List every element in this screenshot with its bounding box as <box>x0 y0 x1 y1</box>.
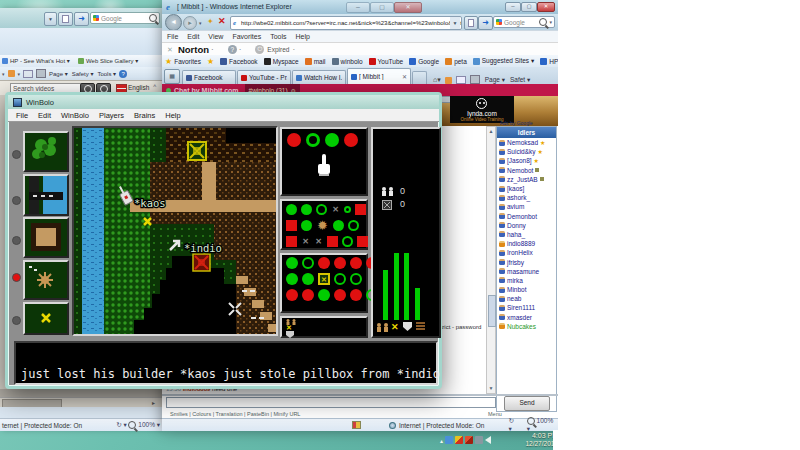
userlist-item[interactable]: haha_ <box>497 230 556 239</box>
tray-alert-icon[interactable] <box>465 436 473 444</box>
chat-scrollbar[interactable]: ▲ ▼ <box>486 126 496 394</box>
winbolo-menu-item[interactable]: Edit <box>38 111 51 120</box>
quick-tabs-button[interactable]: ▦ <box>164 69 180 84</box>
pillbox-neutral[interactable] <box>188 142 206 160</box>
search-box[interactable]: Google <box>90 12 160 24</box>
favorites-bar-item[interactable]: HP - See W <box>540 58 558 65</box>
userlist-item[interactable]: Donny <box>497 221 556 230</box>
favorites-bar-item[interactable]: Facebook <box>220 58 258 65</box>
go-button[interactable]: ➜ <box>74 12 89 26</box>
favorites-bar-item[interactable]: peta <box>445 58 467 65</box>
favorites-bar-item[interactable]: Suggested Sites ▾ <box>473 57 534 65</box>
commandbar-item[interactable]: Page ▾ <box>49 70 68 77</box>
tab-facebook[interactable]: Facebook <box>182 70 236 84</box>
userlist-item[interactable]: Demonbot <box>497 212 556 221</box>
scrollbar-thumb[interactable] <box>488 295 496 327</box>
chat-menu-link[interactable]: Menu <box>488 411 502 417</box>
rss-icon[interactable] <box>445 77 452 84</box>
scroll-up-arrow[interactable]: ▲ <box>487 127 495 136</box>
browser-menu-item[interactable]: File <box>167 33 178 40</box>
favorite-item-webslice[interactable]: Web Slice Gallery ▾ <box>86 57 138 64</box>
commandbar-item[interactable]: Page ▾ <box>485 76 505 84</box>
tray-network-icon[interactable] <box>445 436 453 444</box>
browser-menu-item[interactable]: Edit <box>187 33 199 40</box>
userlist-item[interactable]: mirka <box>497 276 556 285</box>
commandbar-caret[interactable]: ▾ <box>2 71 5 77</box>
scroll-down-arrow[interactable]: ▼ <box>487 384 495 393</box>
tray-security-icon[interactable] <box>455 436 463 444</box>
tray-display-icon[interactable] <box>475 436 483 444</box>
browser-menu-item[interactable]: Help <box>296 33 310 40</box>
add-favorite-star-icon[interactable]: ★ <box>207 57 214 66</box>
language-label[interactable]: English <box>128 84 149 91</box>
search-caret[interactable]: ▾ <box>549 19 552 25</box>
norton-help-icon[interactable]: ? <box>228 45 237 54</box>
userlist-item[interactable]: IronHelix <box>497 248 556 257</box>
userlist-item[interactable]: Nemobot <box>497 166 556 175</box>
chat-input[interactable] <box>166 397 496 408</box>
userlist-item[interactable]: Suicid&ky★ <box>497 147 556 156</box>
search-box[interactable]: Google ▾ <box>493 16 555 28</box>
norton-close-icon[interactable]: ✕ <box>167 46 173 54</box>
titlebar[interactable]: e [ Mibbit ] - Windows Internet Explorer… <box>162 0 558 14</box>
userlist-item[interactable]: [Jason8]★ <box>497 156 556 165</box>
commandbar-item[interactable]: Tools ▾ <box>97 70 116 77</box>
page-refresh-button[interactable] <box>58 12 73 26</box>
pillbox-captured[interactable] <box>193 254 210 271</box>
address-bar[interactable]: e http://wbe02.mibbit.com/?server=irc.na… <box>230 16 462 30</box>
favorites-bar-item[interactable]: winbolo <box>332 58 363 65</box>
forward-button[interactable]: ▸ <box>183 16 197 30</box>
new-tab-stub[interactable] <box>412 71 427 84</box>
mail-icon[interactable] <box>23 70 33 78</box>
winbolo-menu-item[interactable]: Brains <box>134 111 155 120</box>
compat-button[interactable] <box>464 16 478 30</box>
commandbar-item[interactable]: Safety ▾ <box>72 70 94 77</box>
favorites-bar-item[interactable]: Myspace <box>264 58 299 65</box>
zoom-control[interactable]: ↻ ▾ 100% ▾ <box>116 421 160 429</box>
norton-expired-label[interactable]: Expired <box>267 46 289 53</box>
print-icon[interactable] <box>36 69 46 78</box>
show-hidden-icons-arrow[interactable]: ▴ <box>440 437 443 444</box>
refresh-icon[interactable]: ✦ <box>207 17 214 26</box>
userlist-item[interactable]: Nubcakes <box>497 322 556 331</box>
address-dropdown-button[interactable]: ▼ <box>44 12 57 26</box>
winbolo-menu-item[interactable]: Help <box>165 111 180 120</box>
favorites-bar-item[interactable]: Google <box>409 58 439 65</box>
userlist-item[interactable]: ashork_ <box>497 193 556 202</box>
tab--mibbit-[interactable]: [ Mibbit ]✕ <box>347 68 411 84</box>
close-button[interactable]: ✕ <box>537 2 555 12</box>
favorites-label[interactable]: Favorites <box>174 58 201 65</box>
browser-menu-item[interactable]: View <box>208 33 223 40</box>
winbolo-menu-item[interactable]: WinBolo <box>61 111 89 120</box>
userlist-item[interactable]: zz_JustAB <box>497 175 556 184</box>
lynda-logo-box[interactable]: lynda.com Online Video Training <box>450 96 514 123</box>
stop-icon[interactable]: ✕ <box>218 16 226 26</box>
rss-caret[interactable]: ▾ <box>18 71 21 77</box>
help-icon[interactable]: ? <box>119 70 127 78</box>
print-icon[interactable] <box>470 75 480 84</box>
favorites-bar-item[interactable]: YouTube <box>369 58 404 65</box>
userlist-item[interactable]: neab <box>497 294 556 303</box>
send-button[interactable]: Send <box>504 396 550 411</box>
browser-menu-item[interactable]: Favorites <box>232 33 261 40</box>
winbolo-menu-item[interactable]: Players <box>99 111 124 120</box>
userlist-item[interactable]: masamune <box>497 267 556 276</box>
collapse-chevron-icon[interactable]: ˄ <box>153 83 157 89</box>
rss-icon[interactable] <box>8 70 15 77</box>
history-caret[interactable]: ▾ <box>199 20 202 26</box>
userlist-item[interactable]: Minbot <box>497 285 556 294</box>
userlist-item[interactable]: jfrisby <box>497 257 556 266</box>
address-dropdown[interactable]: ▼ <box>450 17 460 29</box>
go-button[interactable]: ➜ <box>478 16 493 30</box>
minimize-button[interactable]: – <box>505 2 521 12</box>
userlist-item[interactable]: xmasder <box>497 313 556 322</box>
winbolo-titlebar[interactable]: WinBolo <box>8 95 439 109</box>
userlist-item[interactable]: indio8889 <box>497 239 556 248</box>
search-icon[interactable] <box>539 18 547 26</box>
favorite-item-hp[interactable]: HP - See What's Hot ▾ <box>10 57 70 64</box>
maximize-button[interactable]: ▢ <box>521 2 537 12</box>
mail-icon[interactable] <box>456 76 466 84</box>
userlist-item[interactable]: [kaos] <box>497 184 556 193</box>
winbolo-menu-item[interactable]: File <box>16 111 28 120</box>
browser-menu-item[interactable]: Tools <box>270 33 286 40</box>
